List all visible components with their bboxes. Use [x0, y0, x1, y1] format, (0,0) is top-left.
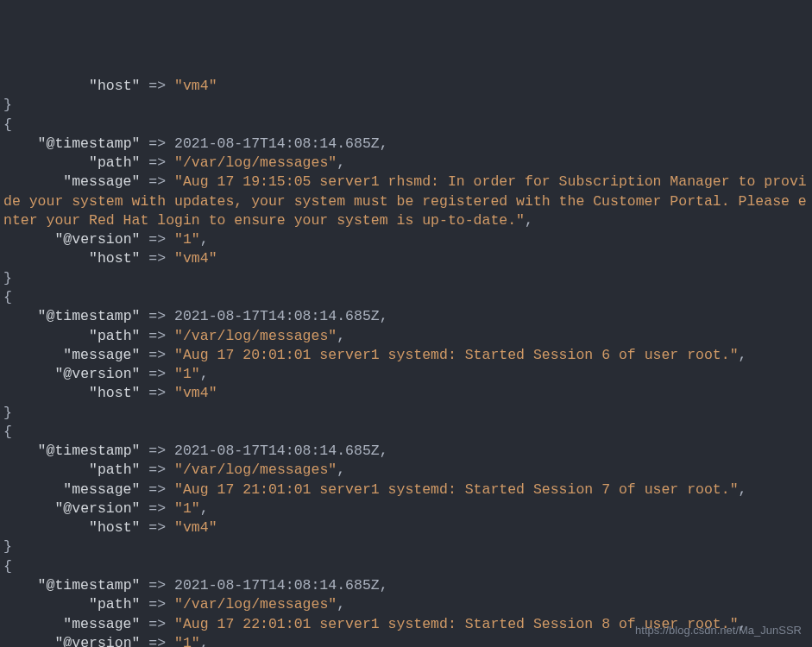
log-field-value: "1": [174, 635, 200, 647]
arrow-symbol: =>: [140, 366, 174, 382]
arrow-symbol: =>: [140, 519, 174, 536]
log-field-key: "message": [63, 616, 140, 632]
trailing-comma: ,: [337, 328, 345, 344]
arrow-symbol: =>: [140, 250, 174, 267]
trailing-comma: ,: [739, 481, 747, 498]
close-brace: }: [3, 270, 12, 286]
log-field-key: "message": [63, 481, 140, 498]
arrow-symbol: =>: [140, 500, 174, 517]
arrow-symbol: =>: [140, 462, 174, 478]
arrow-symbol: =>: [140, 616, 174, 632]
log-field-value: 2021-08-17T14:08:14.685Z: [174, 308, 380, 324]
trailing-comma: ,: [200, 635, 209, 647]
log-field-key: "host": [89, 78, 140, 94]
arrow-symbol: =>: [140, 481, 174, 498]
trailing-comma: ,: [200, 231, 209, 248]
arrow-symbol: =>: [140, 347, 174, 363]
log-field-key: "@timestamp": [38, 443, 141, 459]
close-brace: }: [3, 405, 12, 421]
trailing-comma: ,: [525, 212, 533, 229]
trailing-comma: ,: [337, 596, 345, 612]
trailing-comma: ,: [200, 500, 209, 517]
log-field-key: "@timestamp": [38, 308, 141, 324]
log-field-value: "/var/log/messages": [174, 596, 337, 612]
arrow-symbol: =>: [140, 78, 174, 94]
arrow-symbol: =>: [140, 154, 174, 171]
close-brace: }: [3, 538, 12, 555]
log-field-value: 2021-08-17T14:08:14.685Z: [174, 577, 380, 594]
arrow-symbol: =>: [140, 173, 174, 190]
log-field-key: "path": [89, 596, 140, 612]
trailing-comma: ,: [200, 366, 209, 382]
log-field-key: "@timestamp": [38, 135, 141, 152]
open-brace: {: [3, 424, 12, 440]
trailing-comma: ,: [380, 577, 388, 594]
log-field-value: 2021-08-17T14:08:14.685Z: [174, 135, 380, 152]
arrow-symbol: =>: [140, 443, 174, 459]
trailing-comma: ,: [380, 308, 388, 324]
watermark-text: https://blog.csdn.net/Ma_JunSSR: [635, 623, 802, 638]
open-brace: {: [3, 116, 12, 133]
log-field-key: "path": [89, 328, 140, 344]
log-field-value: "/var/log/messages": [174, 462, 337, 478]
log-field-value: "vm4": [174, 385, 217, 401]
trailing-comma: ,: [380, 443, 388, 459]
log-field-value: "/var/log/messages": [174, 154, 337, 171]
arrow-symbol: =>: [140, 328, 174, 344]
log-field-key: "@timestamp": [38, 577, 141, 594]
log-field-key: "message": [63, 173, 140, 190]
arrow-symbol: =>: [140, 231, 174, 248]
arrow-symbol: =>: [140, 385, 174, 401]
log-field-value: "1": [174, 500, 200, 517]
arrow-symbol: =>: [140, 577, 174, 594]
log-field-value: 2021-08-17T14:08:14.685Z: [174, 443, 380, 459]
terminal-output: "host" => "vm4" } { "@timestamp" => 2021…: [3, 77, 809, 647]
trailing-comma: ,: [337, 462, 345, 478]
close-brace: }: [3, 97, 12, 113]
log-field-key: "@version": [54, 635, 140, 647]
log-field-key: "host": [89, 385, 140, 401]
log-field-key: "@version": [54, 366, 140, 382]
log-field-key: "host": [89, 250, 140, 267]
log-field-value: "Aug 17 20:01:01 server1 systemd: Starte…: [174, 347, 739, 363]
log-field-key: "message": [63, 347, 140, 363]
log-field-key: "path": [89, 154, 140, 171]
trailing-comma: ,: [337, 154, 345, 171]
log-field-value: "/var/log/messages": [174, 328, 337, 344]
arrow-symbol: =>: [140, 308, 174, 324]
log-field-value: "1": [174, 231, 200, 248]
open-brace: {: [3, 289, 12, 305]
log-field-value: "1": [174, 366, 200, 382]
log-field-value: "vm4": [174, 519, 217, 536]
arrow-symbol: =>: [140, 596, 174, 612]
log-field-key: "@version": [54, 231, 140, 248]
log-field-key: "path": [89, 462, 140, 478]
log-field-value: "Aug 17 21:01:01 server1 systemd: Starte…: [174, 481, 739, 498]
trailing-comma: ,: [380, 135, 388, 152]
log-field-value: "vm4": [174, 250, 217, 267]
trailing-comma: ,: [739, 347, 747, 363]
log-field-key: "@version": [54, 500, 140, 517]
open-brace: {: [3, 558, 12, 575]
arrow-symbol: =>: [140, 635, 174, 647]
log-field-key: "host": [89, 519, 140, 536]
log-field-value: "vm4": [174, 78, 217, 94]
arrow-symbol: =>: [140, 135, 174, 152]
